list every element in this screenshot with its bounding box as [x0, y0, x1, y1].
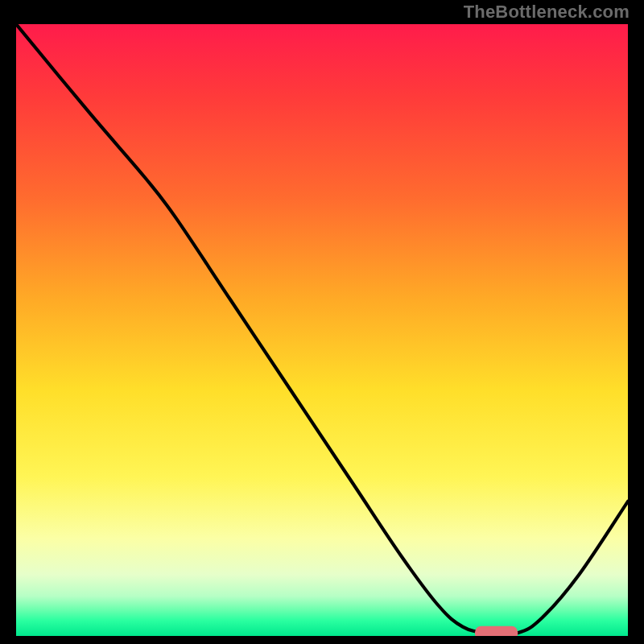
plot-area [16, 24, 628, 636]
chart-svg [16, 24, 628, 636]
chart-frame: TheBottleneck.com [0, 0, 644, 644]
attribution-label: TheBottleneck.com [464, 2, 630, 23]
optimal-range-marker [475, 626, 518, 636]
gradient-background [16, 24, 628, 636]
